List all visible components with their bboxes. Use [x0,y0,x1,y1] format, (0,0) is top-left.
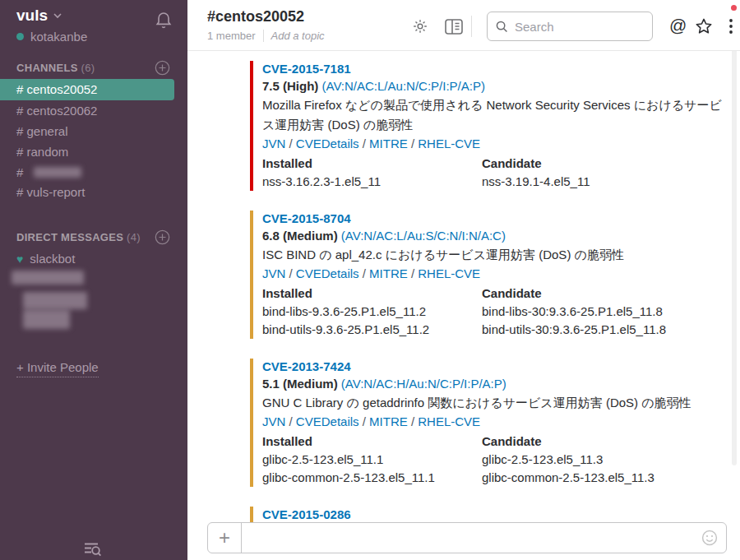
cve-link[interactable]: CVE-2013-7424 [262,359,723,375]
link-separator: / [411,137,414,150]
cve-link[interactable]: CVE-2015-0286 [262,507,723,523]
candidate-value: bind-utils-30:9.3.6-25.P1.el5_11.8 [482,321,666,339]
jvn-link[interactable]: JVN [262,414,285,428]
search-input[interactable] [515,20,630,34]
cvss-score: 5.1 (Medium) [262,377,338,391]
workspace-name: vuls [16,7,48,25]
installed-value: glibc-common-2.5-123.el5_11.1 [262,469,482,487]
channel-label: # [16,165,23,179]
dm-slackbot[interactable]: ♥ slackbot [16,252,75,266]
reference-links: JVN / CVEDetails / MITRE / RHEL-CVE [262,135,723,153]
channel-settings-gear-icon[interactable] [412,18,428,35]
link-separator: / [289,137,293,150]
dm-count: (4) [127,231,141,243]
message-input[interactable] [250,531,693,545]
installed-value: bind-utils-9.3.6-25.P1.el5_11.2 [262,321,482,339]
sidebar-channel-centos20062[interactable]: # centos20062 [0,100,174,121]
installed-label: Installed [262,433,482,451]
sidebar-channel-general[interactable]: # general [0,121,174,141]
cve-summary: GNU C Library の getaddrinfo 関数におけるサービス運用… [262,393,723,413]
mitre-link[interactable]: MITRE [369,137,408,150]
cvss-vector-link[interactable]: (AV:N/AC:H/Au:N/C:P/I:P/A:P) [341,377,506,391]
sidebar-channel-centos20052[interactable]: # centos20052 [0,79,174,100]
search-box[interactable] [487,12,653,41]
starred-items-icon[interactable] [694,16,714,36]
add-channel-button[interactable] [155,60,170,76]
channel-label: # general [16,124,68,138]
user-name: kotakanbe [30,30,87,44]
notifications-bell-icon[interactable] [155,11,172,29]
mitre-link[interactable]: MITRE [369,414,408,428]
jvn-link[interactable]: JVN [262,137,285,150]
cve-link[interactable]: CVE-2015-8704 [262,211,723,227]
link-separator: / [363,414,366,428]
cve-attachment: CVE-2013-7424 5.1 (Medium) (AV:N/AC:H/Au… [250,359,723,487]
cvedetails-link[interactable]: CVEDetails [296,137,359,150]
dm-section-header: DIRECT MESSAGES (4) [16,231,141,243]
cve-attachment: CVE-2015-8704 6.8 (Medium) (AV:N/AC:L/Au… [250,211,723,339]
installed-value: glibc-2.5-123.el5_11.1 [262,451,482,469]
reference-links: JVN / CVEDetails / MITRE / RHEL-CVE [262,265,723,283]
cvss-score: 7.5 (High) [262,79,318,93]
dm-name: slackbot [30,252,75,266]
member-count[interactable]: 1 member [207,30,256,42]
divider [263,30,264,42]
presence-dot [16,33,24,40]
cvss-score: 6.8 (Medium) [262,229,338,243]
candidate-label: Candidate [482,155,590,173]
channel-header: #centos20052 1 member Add a topic @ [187,0,740,51]
message-composer: + [207,522,727,553]
add-topic-link[interactable]: Add a topic [271,30,325,42]
quick-search-icon[interactable] [82,539,103,559]
cve-summary: ISC BIND の apl_42.c におけるサービス運用妨害 (DoS) の… [262,245,723,265]
cvss-vector-link[interactable]: (AV:N/AC:L/Au:N/C:P/I:P/A:P) [322,79,485,93]
flexpane-toggle-icon[interactable] [445,19,463,35]
slack-app: vuls kotakanbe CHANNELS (6) # centos2005… [0,0,740,560]
dm-redacted-2[interactable] [23,292,87,309]
cve-link[interactable]: CVE-2015-7181 [262,61,723,77]
installed-value: nss-3.16.2.3-1.el5_11 [262,173,482,191]
chevron-down-icon [53,11,62,21]
message-list: CVE-2015-7181 7.5 (High) (AV:N/AC:L/Au:N… [187,51,740,560]
cve-summary: Mozilla Firefox などの製品で使用される Network Secu… [262,95,723,135]
cvss-vector-link[interactable]: (AV:N/AC:L/Au:S/C:N/I:N/A:C) [341,229,506,243]
sidebar-channel-redacted[interactable]: # [0,162,174,183]
rhel-cve-link[interactable]: RHEL-CVE [418,414,480,428]
divider [471,16,472,37]
redacted-channel-name [34,167,81,178]
attach-file-button[interactable]: + [208,523,242,553]
mitre-link[interactable]: MITRE [369,266,408,280]
mentions-icon[interactable]: @ [669,16,687,35]
channel-label: # vuls-report [16,185,85,199]
candidate-label: Candidate [482,433,654,451]
candidate-value: bind-libs-30:9.3.6-25.P1.el5_11.8 [482,303,666,321]
sidebar-channel-random[interactable]: # random [0,141,174,162]
invite-people-link[interactable]: + Invite People [16,360,99,377]
channels-section-header: CHANNELS (6) [16,62,95,74]
cvedetails-link[interactable]: CVEDetails [296,266,359,280]
workspace-menu[interactable]: vuls [16,7,62,25]
add-dm-button[interactable] [155,229,170,245]
link-separator: / [363,266,366,280]
sidebar: vuls kotakanbe CHANNELS (6) # centos2005… [0,0,187,560]
channels-count: (6) [81,62,95,74]
dm-redacted-1[interactable] [12,271,84,285]
heart-icon: ♥ [16,252,23,266]
rhel-cve-link[interactable]: RHEL-CVE [418,266,480,280]
rhel-cve-link[interactable]: RHEL-CVE [418,137,480,150]
scrollbar[interactable] [732,12,737,465]
cvedetails-link[interactable]: CVEDetails [296,414,359,428]
channels-label: CHANNELS [16,62,78,74]
cve-attachment: CVE-2015-7181 7.5 (High) (AV:N/AC:L/Au:N… [250,61,723,191]
installed-label: Installed [262,155,482,173]
link-separator: / [289,414,293,428]
emoji-picker-icon[interactable] [701,523,726,553]
current-user[interactable]: kotakanbe [16,30,87,44]
channel-label: # random [16,145,68,159]
reference-links: JVN / CVEDetails / MITRE / RHEL-CVE [262,413,723,431]
sidebar-channel-vuls-report[interactable]: # vuls-report [0,182,174,202]
jvn-link[interactable]: JVN [262,266,285,280]
link-separator: / [411,414,414,428]
more-options-icon[interactable] [725,18,737,36]
search-icon [496,21,508,33]
